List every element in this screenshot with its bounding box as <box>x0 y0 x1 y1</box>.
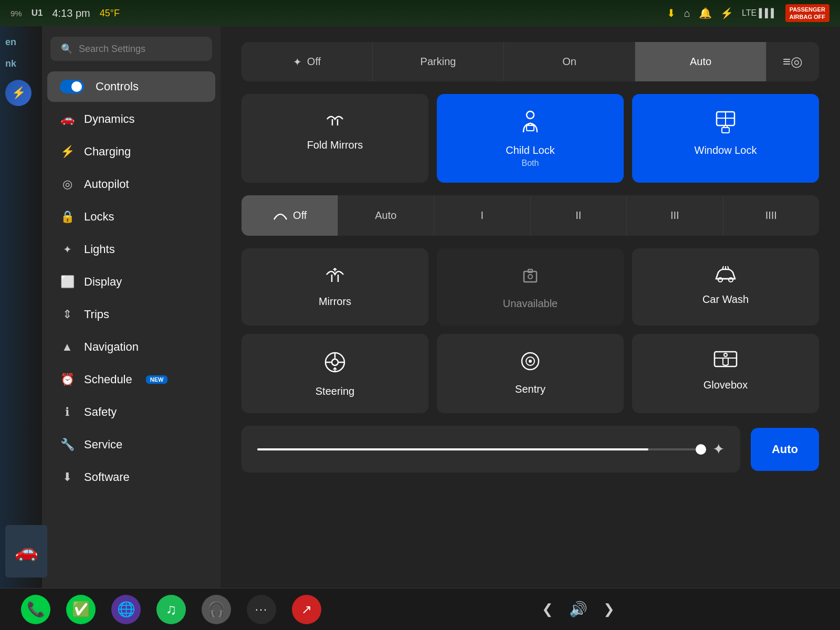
controls-toggle[interactable] <box>60 80 84 93</box>
headset-button[interactable]: 🎧 <box>202 595 231 624</box>
svg-point-7 <box>528 275 532 279</box>
sidebar-item-trips[interactable]: ⇕ Trips <box>47 299 215 330</box>
phone-button[interactable]: 📞 <box>21 595 50 624</box>
light-on-button[interactable]: On <box>504 42 635 81</box>
sidebar: 🔍 Search Settings Controls 🚗 Dynamics ⚡ … <box>42 26 220 588</box>
wiper-off-label: Off <box>293 209 307 222</box>
sidebar-item-dynamics[interactable]: 🚗 Dynamics <box>47 104 215 134</box>
dynamics-icon: 🚗 <box>60 112 75 126</box>
content-area: ✦ Off Parking On Auto ≡◎ <box>220 26 840 588</box>
sidebar-label-trips: Trips <box>84 308 109 321</box>
mirrors-icon <box>322 264 348 289</box>
wiper-auto-button[interactable]: Auto <box>338 195 435 236</box>
battery-indicator: 9% <box>10 9 22 18</box>
browser-button[interactable]: 🌐 <box>111 595 141 624</box>
home-icon: ⌂ <box>684 7 690 19</box>
prev-track-button[interactable]: ❮ <box>542 601 553 617</box>
sidebar-item-lights[interactable]: ✦ Lights <box>47 234 215 265</box>
wiper-speed-1-label: I <box>480 209 484 222</box>
airbag-badge: PASSENGERAIRBAG OFF <box>785 4 830 23</box>
sidebar-item-autopilot[interactable]: ◎ Autopilot <box>47 169 215 200</box>
wiper-speed-4-button[interactable]: IIII <box>723 195 820 236</box>
svg-rect-1 <box>527 125 534 131</box>
sidebar-item-schedule[interactable]: ⏰ Schedule NEW <box>47 364 215 395</box>
sidebar-label-safety: Safety <box>84 405 117 419</box>
light-auto-button[interactable]: Auto <box>635 42 766 81</box>
sidebar-label-autopilot: Autopilot <box>84 177 129 191</box>
bell-icon: 🔔 <box>699 7 712 19</box>
edge-text-nk: nk <box>5 58 16 69</box>
unavailable-label: Unavailable <box>503 298 558 310</box>
child-lock-label: Child Lock <box>447 144 613 156</box>
search-placeholder: Search Settings <box>79 44 145 55</box>
display-icon: ⬜ <box>60 275 75 289</box>
wiper-speed-2-button[interactable]: II <box>531 195 627 236</box>
sidebar-item-charging[interactable]: ⚡ Charging <box>47 136 215 167</box>
sidebar-label-navigation: Navigation <box>84 340 139 354</box>
sentry-button[interactable]: Sentry <box>437 334 624 413</box>
sidebar-item-software[interactable]: ⬇ Software <box>47 462 215 492</box>
mirrors-button[interactable]: Mirrors <box>242 248 428 326</box>
lighting-mode-row: ✦ Off Parking On Auto ≡◎ <box>242 42 819 81</box>
feature-grid: Mirrors Unavailable <box>242 248 819 413</box>
light-parking-button[interactable]: Parking <box>373 42 504 81</box>
fold-mirrors-icon <box>252 109 418 134</box>
autopilot-icon: ◎ <box>60 177 75 191</box>
sidebar-label-controls: Controls <box>96 80 139 93</box>
search-bar[interactable]: 🔍 Search Settings <box>50 37 212 61</box>
next-track-button[interactable]: ❯ <box>603 601 615 617</box>
wiper-off-button[interactable]: Off <box>242 195 338 236</box>
sidebar-item-locks[interactable]: 🔒 Locks <box>47 202 215 232</box>
svg-point-0 <box>527 111 534 119</box>
more-button[interactable]: ··· <box>247 595 276 624</box>
fold-mirrors-label: Fold Mirrors <box>252 139 418 151</box>
sidebar-label-display: Display <box>84 275 122 289</box>
sidebar-item-display[interactable]: ⬜ Display <box>47 267 215 297</box>
brightness-thumb[interactable] <box>696 444 706 455</box>
navigation-icon: ▲ <box>60 340 75 354</box>
child-lock-sublabel: Both <box>447 159 613 168</box>
sidebar-item-safety[interactable]: ℹ Safety <box>47 397 215 427</box>
checklist-button[interactable]: ✅ <box>66 595 96 624</box>
wiper-speed-1-button[interactable]: I <box>434 195 531 236</box>
brightness-auto-label: Auto <box>772 443 798 456</box>
wiper-speed-3-button[interactable]: III <box>627 195 723 236</box>
light-parking-label: Parking <box>421 56 456 68</box>
safety-icon: ℹ <box>60 405 75 419</box>
charging-icon: ⚡ <box>60 145 75 159</box>
brightness-max-icon: ✦ <box>712 440 724 458</box>
fold-mirrors-button[interactable]: Fold Mirrors <box>242 94 428 183</box>
sidebar-label-lights: Lights <box>84 243 115 256</box>
sidebar-item-controls[interactable]: Controls <box>47 71 215 102</box>
brightness-row: ✦ Auto <box>242 426 819 472</box>
maps-button[interactable]: ↗ <box>292 595 321 624</box>
brightness-auto-button[interactable]: Auto <box>751 428 819 471</box>
sidebar-label-schedule: Schedule <box>84 373 132 386</box>
brightness-track[interactable] <box>257 448 702 450</box>
sidebar-label-charging: Charging <box>84 145 131 159</box>
sidebar-item-navigation[interactable]: ▲ Navigation <box>47 332 215 362</box>
status-time: 4:13 pm <box>52 7 90 19</box>
brightness-slider-container[interactable]: ✦ <box>242 426 740 472</box>
steering-button[interactable]: Steering <box>242 334 428 413</box>
service-icon: 🔧 <box>60 438 75 452</box>
lock-controls-grid: Fold Mirrors Child Lock Both <box>242 94 819 183</box>
wiper-off-icon <box>272 207 289 224</box>
glovebox-button[interactable]: Glovebox <box>632 334 819 413</box>
car-wash-button[interactable]: Car Wash <box>632 248 819 326</box>
unavailable-icon <box>519 264 542 291</box>
trips-icon: ⇕ <box>60 308 75 321</box>
steering-label: Steering <box>316 385 355 397</box>
car-wash-icon <box>713 264 738 287</box>
child-lock-button[interactable]: Child Lock Both <box>437 94 624 183</box>
window-lock-button[interactable]: Window Lock <box>632 94 819 183</box>
light-menu-button[interactable]: ≡◎ <box>766 42 819 81</box>
sidebar-label-dynamics: Dynamics <box>84 112 135 126</box>
sidebar-item-service[interactable]: 🔧 Service <box>47 429 215 460</box>
edge-text-en: en <box>5 37 16 48</box>
spotify-button[interactable]: ♫ <box>156 595 186 624</box>
sidebar-label-locks: Locks <box>84 210 114 224</box>
bluetooth-icon: ⚡ <box>720 7 733 19</box>
mirrors-label: Mirrors <box>319 296 351 308</box>
light-off-button[interactable]: ✦ Off <box>242 42 373 81</box>
